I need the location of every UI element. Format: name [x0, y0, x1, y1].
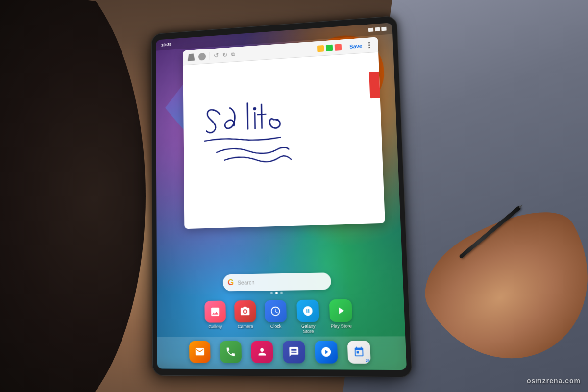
google-logo: G — [228, 278, 234, 287]
search-hint: Search — [238, 279, 255, 286]
samsung-svg-icon — [320, 346, 332, 358]
gallery-app-icon[interactable] — [204, 301, 226, 323]
clock-app-icon[interactable] — [265, 300, 287, 322]
minimize-button[interactable] — [317, 45, 324, 51]
note-popup: ↺ ↻ ⧉ Save — [183, 37, 385, 229]
store-svg-icon — [302, 305, 314, 317]
battery-icon — [381, 27, 386, 31]
redo-icon[interactable]: ↻ — [222, 51, 228, 59]
store-app-icon[interactable] — [296, 300, 319, 322]
dock-calendar[interactable]: 25 — [347, 341, 371, 364]
status-time: 10:35 — [161, 42, 172, 48]
page-dot-3 — [280, 292, 283, 294]
contacts-svg-icon — [257, 346, 268, 358]
page-dot-2-active — [275, 292, 278, 294]
note-save-area: Save — [349, 41, 373, 50]
app-gallery[interactable]: Gallery — [204, 301, 226, 335]
wifi-icon — [375, 27, 380, 31]
toolbar-separator — [209, 52, 210, 60]
app-row-main: Gallery Camera — [157, 294, 405, 337]
clock-svg-icon — [270, 306, 281, 317]
store-app-label: Galaxy Store — [295, 323, 321, 334]
status-icons-group — [368, 27, 387, 32]
email-svg-icon — [195, 346, 205, 358]
gallery-app-label: Gallery — [208, 324, 222, 329]
undo-icon[interactable]: ↺ — [214, 52, 219, 59]
play-svg-icon — [335, 305, 347, 316]
play-app-icon[interactable] — [329, 299, 352, 322]
handwritten-note-svg — [192, 60, 374, 221]
email-dock-icon[interactable] — [189, 341, 211, 363]
app-galaxy-store[interactable]: Galaxy Store — [295, 300, 321, 334]
tablet-screen: 10:35 ↺ ↻ — [156, 23, 407, 370]
phone-svg-icon — [225, 346, 236, 358]
svg-point-0 — [253, 107, 257, 110]
note-bookmark — [369, 72, 380, 98]
gsmarena-watermark: osmzrena.com — [527, 377, 581, 385]
dock-samsung[interactable] — [315, 341, 338, 364]
dock-phone[interactable] — [220, 341, 242, 363]
play-app-label: Play Store — [331, 323, 352, 329]
tablet-device: 10:35 ↺ ↻ — [151, 16, 413, 378]
home-apps-area: Gallery Camera — [157, 294, 407, 370]
dock-contacts[interactable] — [251, 341, 273, 363]
maximize-button[interactable] — [326, 44, 333, 51]
eraser-tool-icon[interactable] — [198, 52, 206, 60]
messages-dock-icon[interactable] — [283, 341, 305, 363]
camera-app-icon[interactable] — [234, 300, 256, 322]
duplicate-icon[interactable]: ⧉ — [231, 51, 235, 58]
tablet-frame: 10:35 ↺ ↻ — [151, 16, 413, 378]
note-content-area[interactable] — [183, 52, 385, 229]
more-dot-2 — [368, 44, 370, 46]
note-window-controls — [317, 44, 342, 52]
app-play-store[interactable]: Play Store — [329, 299, 353, 334]
camera-app-label: Camera — [238, 324, 253, 329]
contacts-dock-icon[interactable] — [251, 341, 273, 363]
dock-email[interactable] — [189, 341, 211, 363]
phone-dock-icon[interactable] — [220, 341, 242, 363]
pencil-tool-icon[interactable] — [188, 53, 195, 61]
gallery-svg-icon — [210, 306, 220, 318]
app-camera[interactable]: Camera — [234, 300, 256, 334]
save-button[interactable]: Save — [349, 43, 362, 49]
close-button[interactable] — [335, 44, 342, 50]
dock-messages[interactable] — [283, 341, 305, 363]
camera-svg-icon — [240, 306, 250, 317]
main-scene: 10:35 ↺ ↻ — [0, 0, 588, 392]
messages-svg-icon — [288, 346, 299, 358]
signal-icon — [368, 28, 373, 32]
app-clock[interactable]: Clock — [265, 300, 287, 334]
google-search-bar[interactable]: G Search — [223, 272, 332, 291]
calendar-dock-icon[interactable]: 25 — [347, 341, 371, 364]
more-dot-3 — [368, 47, 370, 48]
calendar-badge: 25 — [366, 359, 370, 363]
samsung-dock-icon[interactable] — [315, 341, 338, 364]
app-dock: 25 — [157, 336, 407, 370]
more-options-button[interactable] — [365, 41, 373, 49]
page-indicator — [270, 292, 283, 294]
page-dot-1 — [270, 292, 273, 294]
calendar-svg-icon — [353, 346, 365, 358]
clock-app-label: Clock — [270, 324, 281, 329]
more-dot-1 — [368, 42, 369, 43]
